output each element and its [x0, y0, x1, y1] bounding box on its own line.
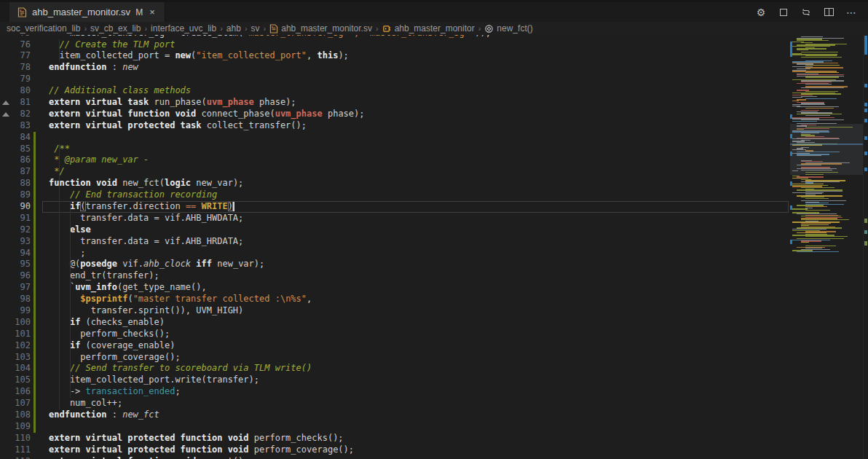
code-line[interactable]: 96 end_tr(transfer);	[0, 270, 790, 282]
code-line[interactable]: 91 transfer.data = vif.AHB_HWDATA;	[0, 213, 790, 224]
code-line[interactable]: 89 // End transaction recording	[0, 189, 790, 201]
code-line[interactable]: 95 @(posedge vif.ahb_clock iff new_var);	[0, 259, 790, 270]
code-line[interactable]: 110extern virtual protected function voi…	[0, 433, 790, 444]
split-editor-icon[interactable]	[821, 4, 837, 20]
code-line[interactable]: 77 item_collected_port = new("item_colle…	[0, 50, 790, 62]
added-lines-indicator	[33, 189, 36, 201]
overview-ruler-marker	[864, 36, 867, 55]
code-line[interactable]: 88function void new_fct(logic new_var);	[0, 178, 790, 189]
gutter-glyph-margin	[0, 409, 12, 421]
added-lines-indicator	[33, 213, 36, 224]
code-line[interactable]: 78endfunction : new	[0, 62, 790, 74]
code-line[interactable]: 92 else	[0, 224, 790, 236]
code-line[interactable]: 83extern virtual protected task collect_…	[0, 120, 790, 132]
tab-active[interactable]: ahb_master_monitor.sv M ×	[9, 2, 165, 22]
breadcrumb-item-new-fct-[interactable]: new_fct()	[484, 23, 532, 34]
breadcrumb-item-ahb-master-monitor[interactable]: ahb_master_monitor	[382, 23, 475, 34]
code-line[interactable]: 109	[0, 421, 790, 433]
tabbar-lead-space	[0, 2, 9, 22]
code-text: transfer.sprint()), UVM_HIGH)	[49, 305, 790, 317]
breadcrumb-item-soc-verification-lib[interactable]: soc_verification_lib	[7, 23, 80, 34]
code-text: transfer.data = vif.AHB_HRDATA;	[49, 236, 790, 248]
tab-close-icon[interactable]: ×	[148, 7, 157, 17]
breadcrumb-item-interface-uvc-lib[interactable]: interface_uvc_lib	[151, 23, 216, 34]
code-line[interactable]: 86 * @param new_var -	[0, 154, 790, 166]
sv-file-icon	[269, 24, 278, 34]
code-line[interactable]: 112extern virtual function void report()…	[0, 456, 790, 459]
code-line[interactable]: 81extern virtual task run_phase(uvm_phas…	[0, 97, 790, 109]
code-line[interactable]: 97 `uvm_info(get_type_name(),	[0, 282, 790, 294]
change-gutter	[31, 456, 49, 459]
code-line[interactable]: 85 /**	[0, 144, 790, 155]
overview-ruler-marker	[864, 103, 867, 106]
code-line[interactable]: 90 if(transfer.direction == WRITE)	[0, 201, 790, 213]
code-line[interactable]: 84	[0, 132, 790, 144]
code-line[interactable]: 87 */	[0, 166, 790, 178]
added-lines-indicator	[33, 352, 36, 364]
code-line[interactable]: 80// Additional class methods	[0, 85, 790, 97]
change-gutter	[31, 444, 49, 456]
code-text	[49, 421, 790, 433]
code-text	[49, 74, 790, 85]
breadcrumb-item-sv-cb-ex-lib[interactable]: sv_cb_ex_lib	[90, 23, 141, 34]
breadcrumb-label: ahb_master_monitor.sv	[281, 23, 372, 34]
code-line[interactable]: 79	[0, 74, 790, 85]
code-line[interactable]: 104 // Send transfer to scoreboard via T…	[0, 363, 790, 374]
change-gutter	[31, 294, 49, 305]
minimap-change-marker	[790, 152, 792, 156]
code-line[interactable]: 76 // Create the TLM port	[0, 39, 790, 51]
breadcrumb-label: interface_uvc_lib	[151, 23, 216, 34]
line-number: 85	[12, 144, 31, 155]
added-lines-indicator	[33, 270, 36, 282]
more-actions-icon[interactable]: ⋯	[843, 4, 859, 20]
editor-actions: ⚙ ⋯	[753, 2, 868, 22]
breadcrumb-item-sv[interactable]: sv	[251, 23, 260, 34]
line-number: 80	[12, 85, 31, 97]
compare-changes-icon[interactable]	[798, 4, 814, 20]
line-number: 101	[12, 329, 31, 340]
line-number: 86	[12, 154, 31, 166]
change-gutter	[31, 363, 49, 374]
layout-square-icon[interactable]	[776, 4, 792, 20]
code-text	[49, 132, 790, 144]
line-number: 110	[12, 433, 31, 444]
code-text: num_col++;	[49, 398, 790, 409]
code-line[interactable]: 107 num_col++;	[0, 398, 790, 409]
code-line[interactable]: 111extern virtual protected function voi…	[0, 444, 790, 456]
added-lines-indicator	[33, 178, 36, 189]
minimap[interactable]	[790, 35, 868, 459]
change-gutter	[31, 270, 49, 282]
code-editor[interactable]: 75 master_transfer_sg = create_item("mas…	[0, 35, 868, 459]
gutter-glyph-margin	[0, 132, 12, 144]
change-gutter	[31, 154, 49, 166]
breadcrumb-item-ahb-master-monitor-sv[interactable]: ahb_master_monitor.sv	[269, 23, 372, 34]
code-line[interactable]: 103 perform_coverage();	[0, 352, 790, 364]
change-gutter	[31, 109, 49, 120]
code-line[interactable]: 100 if (checks_enable)	[0, 317, 790, 329]
gutter-glyph-margin	[0, 270, 12, 282]
minimap-slider[interactable]	[790, 124, 863, 175]
code-line[interactable]: 105 item_collected_port.write(transfer);	[0, 374, 790, 386]
code-line[interactable]: 102 if (coverage_enable)	[0, 340, 790, 352]
change-gutter	[31, 317, 49, 329]
change-gutter	[31, 374, 49, 386]
breadcrumb-item-ahb[interactable]: ahb	[226, 23, 241, 34]
code-line[interactable]: 101 perform_checks();	[0, 329, 790, 340]
breadcrumb-separator: ›	[144, 24, 147, 33]
code-line[interactable]: 99 transfer.sprint()), UVM_HIGH)	[0, 305, 790, 317]
code-line[interactable]: 108endfunction : new_fct	[0, 409, 790, 421]
change-gutter	[31, 74, 49, 85]
settings-gear-icon[interactable]: ⚙	[753, 4, 769, 20]
breadcrumb-separator: ›	[84, 24, 87, 33]
code-line[interactable]: 98 $psprintf("master transfer collected …	[0, 294, 790, 305]
line-number: 100	[12, 317, 31, 329]
code-line[interactable]: 106 -> transaction_ended;	[0, 386, 790, 398]
change-gutter	[31, 120, 49, 132]
overview-ruler-marker	[864, 168, 867, 171]
code-text: /**	[49, 144, 790, 155]
code-line[interactable]: 82extern virtual function void connect_p…	[0, 109, 790, 120]
code-text: */	[49, 166, 790, 178]
change-gutter	[31, 398, 49, 409]
code-line[interactable]: 93 transfer.data = vif.AHB_HRDATA;	[0, 236, 790, 248]
code-line[interactable]: 94 ;	[0, 248, 790, 259]
